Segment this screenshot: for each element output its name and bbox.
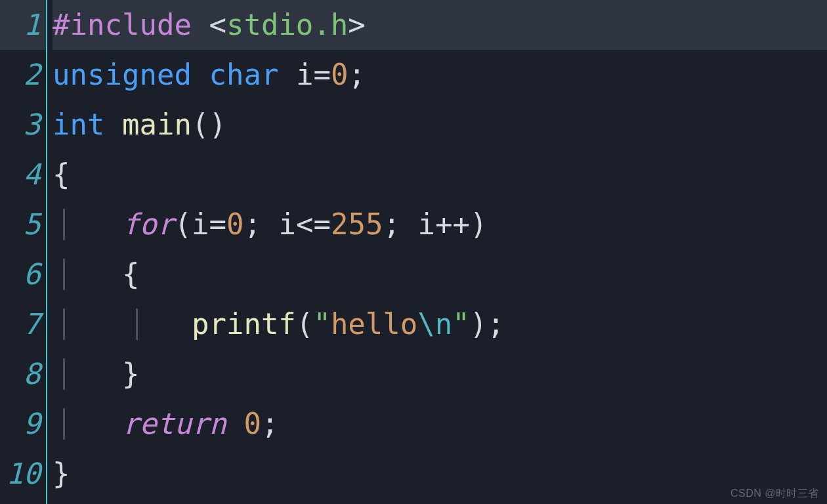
keyword-token: for [122, 207, 174, 241]
line-number: 2 [0, 50, 46, 100]
code-line[interactable]: } [53, 349, 827, 399]
identifier-token: i [278, 207, 296, 241]
type-token: int [53, 108, 104, 141]
string-quote-token: " [452, 307, 470, 341]
code-line[interactable]: } [53, 449, 827, 499]
line-number: 9 [0, 399, 46, 449]
code-area[interactable]: #include <stdio.h> unsigned char i=0; in… [47, 0, 827, 504]
string-token: hello [331, 307, 417, 341]
angle-close-token: > [348, 8, 366, 41]
brace-token: { [122, 257, 140, 291]
indent-guide-icon [63, 209, 65, 240]
indent-guide-icon [63, 358, 65, 390]
function-name-token: printf [192, 307, 296, 341]
indent-guide-icon [63, 308, 65, 340]
line-number: 3 [0, 100, 46, 150]
line-number: 6 [0, 249, 46, 299]
brace-token: } [122, 357, 140, 390]
line-number: 10 [0, 449, 46, 499]
indent-guide-icon [63, 408, 65, 440]
keyword-token: return [122, 407, 226, 440]
line-number: 1 [0, 0, 46, 50]
escape-token: \n [417, 307, 452, 341]
preprocessor-token: #include [53, 8, 192, 41]
semicolon-token: ; [487, 307, 505, 341]
code-line[interactable]: unsigned char i=0; [53, 50, 827, 100]
identifier-token: i [192, 207, 209, 241]
number-token: 0 [331, 58, 349, 91]
line-number-gutter: 1 2 3 4 5 6 7 8 9 10 [0, 0, 47, 504]
code-editor[interactable]: 1 2 3 4 5 6 7 8 9 10 #include <stdio.h> … [0, 0, 827, 504]
number-token: 0 [226, 207, 244, 241]
indent-guide-icon [63, 259, 65, 290]
semicolon-token: ; [261, 407, 279, 440]
code-line[interactable]: printf("hello\n"); [53, 299, 827, 349]
function-name-token: main [122, 108, 192, 141]
code-line[interactable]: #include <stdio.h> [53, 0, 827, 50]
type-token: char [209, 58, 278, 91]
string-quote-token: " [313, 307, 331, 341]
brace-token: { [53, 158, 70, 191]
parens-token: () [192, 108, 226, 141]
line-number: 7 [0, 299, 46, 349]
brace-token: } [53, 457, 70, 490]
line-number: 5 [0, 200, 46, 249]
code-line[interactable]: return 0; [53, 399, 827, 449]
number-token: 255 [331, 207, 383, 241]
angle-open-token: < [192, 8, 226, 41]
line-number: 4 [0, 150, 46, 200]
identifier-token: i [296, 58, 314, 91]
code-line[interactable]: { [53, 150, 827, 200]
operator-token: = [313, 58, 331, 91]
header-name-token: stdio.h [226, 8, 348, 41]
operator-token: <= [296, 207, 331, 241]
operator-token: ++ [435, 207, 470, 241]
semicolon-token: ; [348, 58, 366, 91]
watermark-label: CSDN @时时三省 [731, 488, 819, 499]
type-token: unsigned [53, 58, 192, 91]
code-line[interactable]: for(i=0; i<=255; i++) [53, 200, 827, 249]
indent-guide-icon [136, 308, 138, 340]
code-line[interactable]: int main() [53, 100, 827, 150]
code-line[interactable]: { [53, 249, 827, 299]
number-token: 0 [244, 407, 261, 440]
identifier-token: i [417, 207, 435, 241]
line-number: 8 [0, 349, 46, 399]
